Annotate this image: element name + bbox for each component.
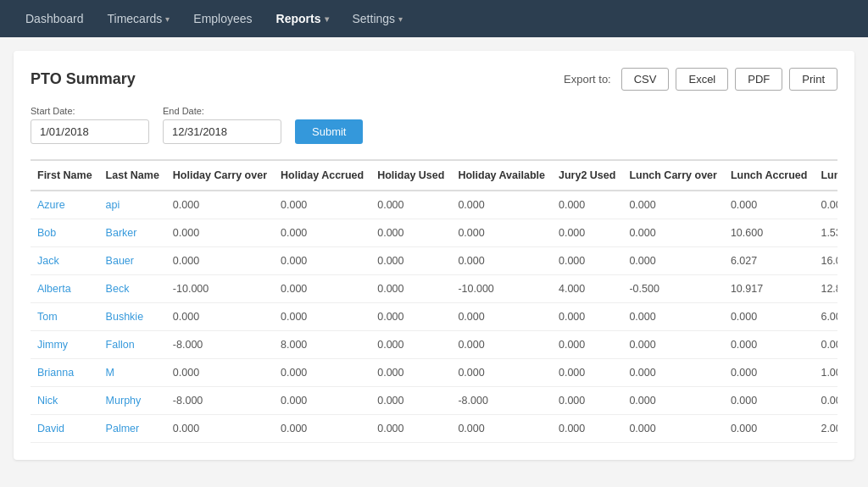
export-pdf-button[interactable]: PDF (735, 68, 782, 91)
col-header-first-name: First Name (31, 160, 99, 191)
data-cell: 6.000 (814, 303, 837, 331)
main-content: PTO Summary Export to: CSVExcelPDFPrint … (14, 51, 854, 460)
data-cell: 0.000 (370, 219, 451, 247)
last-name-cell[interactable]: api (99, 191, 166, 219)
data-cell: 0.000 (724, 303, 815, 331)
data-cell: -8.000 (451, 387, 552, 415)
data-cell: 0.000 (370, 275, 451, 303)
data-cell: 0.000 (370, 415, 451, 443)
data-cell: 0.000 (166, 219, 274, 247)
data-cell: 0.000 (451, 331, 552, 359)
data-cell: 0.000 (814, 191, 837, 219)
table-header-row: First NameLast NameHoliday Carry overHol… (31, 160, 837, 191)
table-row: DavidPalmer0.0000.0000.0000.0000.0000.00… (31, 415, 837, 443)
end-date-label: End Date: (163, 106, 281, 116)
data-cell: 0.000 (274, 359, 370, 387)
main-nav: DashboardTimecards ▾EmployeesReports ▾Se… (0, 0, 868, 37)
data-cell: 0.000 (451, 191, 552, 219)
table-row: NickMurphy-8.0000.0000.000-8.0000.0000.0… (31, 387, 837, 415)
data-cell: 4.000 (552, 275, 622, 303)
export-label: Export to: (564, 73, 611, 86)
col-header-holiday-used: Holiday Used (370, 160, 451, 191)
pto-table: First NameLast NameHoliday Carry overHol… (31, 159, 837, 443)
data-cell: 0.000 (274, 303, 370, 331)
data-cell: 0.000 (724, 415, 815, 443)
last-name-cell[interactable]: M (99, 359, 166, 387)
data-cell: 0.000 (274, 387, 370, 415)
data-cell: 0.000 (552, 247, 622, 275)
data-cell: 0.000 (622, 219, 724, 247)
export-excel-button[interactable]: Excel (676, 68, 728, 91)
data-cell: -0.500 (622, 275, 724, 303)
data-cell: 0.000 (622, 387, 724, 415)
first-name-cell[interactable]: Alberta (31, 275, 99, 303)
first-name-cell[interactable]: Brianna (31, 359, 99, 387)
data-cell: 0.000 (552, 387, 622, 415)
data-cell: 0.000 (622, 415, 724, 443)
data-cell: 0.000 (552, 303, 622, 331)
col-header-lunch-accrued: Lunch Accrued (724, 160, 815, 191)
col-header-holiday-available: Holiday Available (451, 160, 552, 191)
data-cell: 0.000 (814, 331, 837, 359)
last-name-cell[interactable]: Fallon (99, 331, 166, 359)
last-name-cell[interactable]: Beck (99, 275, 166, 303)
date-form: Start Date: End Date: Submit (31, 106, 837, 144)
first-name-cell[interactable]: Jack (31, 247, 99, 275)
data-cell: 0.000 (552, 359, 622, 387)
col-header-lunch-used: Lunch Used (814, 160, 837, 191)
table-row: Azureapi0.0000.0000.0000.0000.0000.0000.… (31, 191, 837, 219)
last-name-cell[interactable]: Bushkie (99, 303, 166, 331)
data-cell: -8.000 (166, 387, 274, 415)
data-cell: 0.000 (166, 303, 274, 331)
last-name-cell[interactable]: Palmer (99, 415, 166, 443)
data-cell: 0.000 (724, 191, 815, 219)
data-cell: 0.000 (622, 247, 724, 275)
end-date-input[interactable] (163, 119, 281, 144)
first-name-cell[interactable]: Bob (31, 219, 99, 247)
data-cell: -8.000 (166, 331, 274, 359)
first-name-cell[interactable]: Nick (31, 387, 99, 415)
data-cell: 0.000 (552, 191, 622, 219)
chevron-down-icon: ▾ (165, 14, 170, 24)
first-name-cell[interactable]: Jimmy (31, 331, 99, 359)
last-name-cell[interactable]: Murphy (99, 387, 166, 415)
col-header-holiday-carry-over: Holiday Carry over (166, 160, 274, 191)
submit-button[interactable]: Submit (295, 119, 363, 144)
data-cell: 0.000 (166, 247, 274, 275)
last-name-cell[interactable]: Bauer (99, 247, 166, 275)
data-cell: 0.000 (814, 387, 837, 415)
data-cell: 16.000 (814, 247, 837, 275)
data-cell: 0.000 (274, 247, 370, 275)
end-date-group: End Date: (163, 106, 281, 144)
first-name-cell[interactable]: Azure (31, 191, 99, 219)
first-name-cell[interactable]: Tom (31, 303, 99, 331)
table-row: AlbertaBeck-10.0000.0000.000-10.0004.000… (31, 275, 837, 303)
nav-item-dashboard[interactable]: Dashboard (14, 0, 96, 37)
col-header-lunch-carry-over: Lunch Carry over (622, 160, 724, 191)
table-row: TomBushkie0.0000.0000.0000.0000.0000.000… (31, 303, 837, 331)
data-cell: 10.917 (724, 275, 815, 303)
data-cell: 2.000 (814, 415, 837, 443)
data-cell: 0.000 (451, 415, 552, 443)
nav-item-employees[interactable]: Employees (181, 0, 264, 37)
nav-item-timecards[interactable]: Timecards ▾ (96, 0, 182, 37)
last-name-cell[interactable]: Barker (99, 219, 166, 247)
data-cell: 0.000 (552, 219, 622, 247)
data-cell: 0.000 (274, 415, 370, 443)
export-print-button[interactable]: Print (789, 68, 837, 91)
data-cell: 0.000 (274, 219, 370, 247)
export-csv-button[interactable]: CSV (621, 68, 670, 91)
nav-item-reports[interactable]: Reports ▾ (264, 0, 341, 37)
data-cell: 0.000 (370, 247, 451, 275)
data-cell: 0.000 (724, 359, 815, 387)
data-cell: 0.000 (622, 359, 724, 387)
data-cell: 12.833 (814, 275, 837, 303)
data-cell: 1.000 (814, 359, 837, 387)
data-cell: 0.000 (552, 331, 622, 359)
first-name-cell[interactable]: David (31, 415, 99, 443)
start-date-input[interactable] (31, 119, 149, 144)
nav-item-settings[interactable]: Settings ▾ (341, 0, 415, 37)
table-row: JimmyFallon-8.0008.0000.0000.0000.0000.0… (31, 331, 837, 359)
data-cell: 0.000 (451, 359, 552, 387)
pto-table-wrap: First NameLast NameHoliday Carry overHol… (31, 159, 837, 443)
